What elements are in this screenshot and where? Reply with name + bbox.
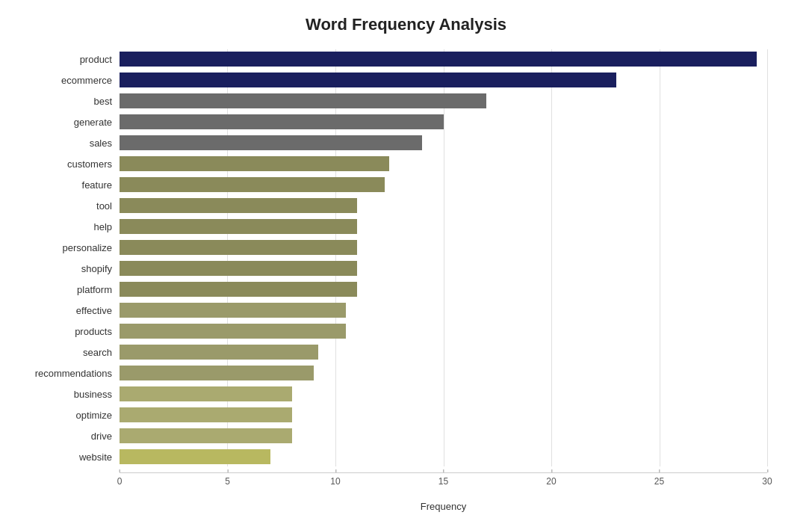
bar-label: shopify [0,263,120,274]
bar-fill [120,135,422,150]
bar-row: best [120,91,767,111]
x-tick: 20 [546,473,556,487]
bar-fill [120,177,385,192]
bar-label: tool [0,200,120,212]
bars-wrapper: productecommercebestgeneratesalescustome… [120,49,767,512]
bar-fill [120,366,314,380]
bar-label: customers [0,158,120,170]
bar-row: ecommerce [120,70,767,90]
bar-row: drive [120,426,767,446]
bar-fill [120,93,486,108]
bar-fill [120,428,292,443]
bar-fill [120,282,357,297]
bar-row: help [120,217,767,236]
bar-track [120,449,767,464]
bar-fill [120,156,389,171]
bar-track [120,366,767,380]
bar-row: business [120,384,767,404]
x-tick: 10 [330,473,340,487]
bar-label: generate [0,117,120,128]
bar-label: ecommerce [0,75,120,86]
bar-row: products [120,321,767,341]
bar-fill [120,303,346,318]
bar-track [120,345,767,360]
bar-fill [120,114,444,129]
grid-line [767,49,768,466]
bar-label: platform [0,284,120,295]
bar-label: help [0,221,120,232]
bars-area: productecommercebestgeneratesalescustome… [120,49,767,466]
bar-fill [120,386,292,401]
bar-fill [120,407,292,422]
bar-track [120,114,767,129]
chart-container: Word Frequency Analysis productecommerce… [0,0,812,524]
bar-row: optimize [120,405,767,425]
bar-fill [120,73,616,87]
bar-track [120,261,767,276]
bar-fill [120,449,270,464]
x-tick: 15 [438,473,448,487]
bar-fill [120,240,357,255]
bar-track [120,52,767,67]
bar-row: effective [120,300,767,320]
bar-label: sales [0,138,120,149]
bar-label: drive [0,431,120,442]
bar-fill [120,219,357,234]
bar-label: feature [0,179,120,191]
bar-label: optimize [0,410,120,421]
bar-row: search [120,342,767,362]
bar-label: best [0,96,120,107]
bar-fill [120,52,757,67]
chart-title: Word Frequency Analysis [45,15,767,34]
bar-track [120,282,767,297]
bar-track [120,135,767,150]
bar-track [120,428,767,443]
bar-track [120,303,767,318]
bar-track [120,240,767,255]
bar-label: effective [0,305,120,316]
bar-row: tool [120,196,767,215]
bar-fill [120,198,357,213]
bar-row: product [120,49,767,69]
bar-row: shopify [120,259,767,278]
bar-track [120,156,767,171]
x-axis-label: Frequency [120,501,767,512]
x-tick: 30 [762,473,772,487]
bar-fill [120,324,346,339]
bar-row: personalize [120,238,767,257]
bar-row: sales [120,133,767,152]
bar-label: business [0,389,120,400]
bar-track [120,386,767,401]
bar-track [120,407,767,422]
bar-fill [120,261,357,276]
bar-track [120,198,767,213]
bar-label: search [0,347,120,358]
bar-row: platform [120,280,767,299]
x-tick: 5 [225,473,230,487]
x-axis: 051015202530 [120,472,767,495]
bar-row: recommendations [120,363,767,383]
bar-track [120,219,767,234]
bar-label: website [0,451,120,463]
bar-track [120,93,767,108]
bar-label: product [0,54,120,65]
bar-row: feature [120,175,767,194]
bar-label: personalize [0,242,120,253]
bar-track [120,177,767,192]
bar-fill [120,345,318,360]
bar-row: customers [120,154,767,173]
bar-label: recommendations [0,368,120,379]
bar-row: generate [120,112,767,132]
bar-track [120,324,767,339]
bar-label: products [0,326,120,337]
x-tick: 0 [117,473,123,487]
bar-track [120,73,767,87]
bar-row: website [120,447,767,466]
x-tick: 25 [654,473,664,487]
